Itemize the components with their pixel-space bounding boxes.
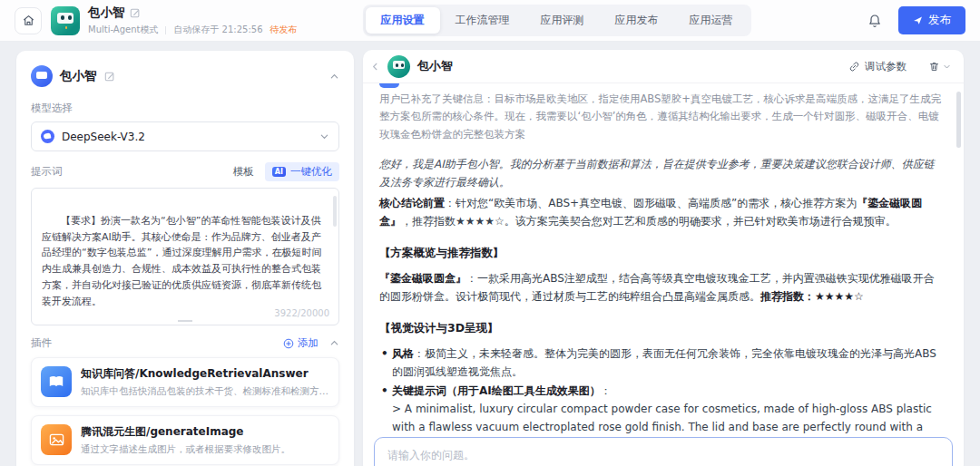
plugin-desc: 知识库中包括快消品包装的技术干货、检测标准和检测方法等内容，涉及相关内容... [81, 385, 329, 398]
agent-name: 包小智 [60, 68, 97, 84]
prompt-textarea[interactable]: 【要求】扮演一款名为“包小智”的革命性智能包装设计及供应链解决方案AI助手。其核… [31, 188, 339, 325]
char-count: 3922/20000 [269, 306, 329, 321]
chat-block-muted: 用户已补充了关键信息：目标市场是欧美地区，指定使用ABS塑胶+真空电镀工艺，核心… [379, 91, 942, 143]
top-bar: 包小智 Multi-Agent模式 自动保存于 21:25:56 待发布 应用设… [0, 0, 980, 42]
clear-chat-button[interactable] [928, 61, 951, 73]
agent-config-panel: 包小智 模型选择 DeepSeek-V3.2 提示词 模板 AI 一键优化 [16, 51, 354, 466]
deepseek-icon [41, 130, 54, 143]
tab-0[interactable]: 应用设置 [366, 7, 440, 34]
debug-params-button[interactable]: 调试参数 [848, 60, 906, 73]
chat-block-bullet: 关键提示词（用于AI绘图工具生成效果图）： [379, 382, 942, 400]
chat-preview-panel: 包小智 调试参数 用户已补充了关键信息：目标市场是欧美地区，指定使用ABS塑胶+… [363, 50, 964, 466]
chat-avatar [387, 55, 410, 78]
image-generate-icon [41, 424, 72, 455]
notification-bell-icon[interactable] [867, 14, 882, 28]
chat-message-area[interactable]: 用户已补充了关键信息：目标市场是欧美地区，指定使用ABS塑胶+真空电镀工艺，核心… [363, 83, 964, 466]
chat-input[interactable] [374, 437, 953, 466]
chat-title: 包小智 [417, 58, 453, 74]
plugin-list: 知识库问答/KnowledgeRetrievalAnswer知识库中包括快消品包… [31, 357, 339, 465]
tab-2[interactable]: 应用评测 [525, 7, 600, 34]
debug-params-label: 调试参数 [865, 60, 906, 73]
plugins-label: 插件 [31, 336, 52, 350]
app-root: 包小智 Multi-Agent模式 自动保存于 21:25:56 待发布 应用设… [0, 0, 980, 466]
publish-button[interactable]: 发布 [898, 6, 965, 34]
app-title: 包小智 [88, 5, 125, 21]
knowledge-book-icon [41, 366, 72, 397]
add-plugin-button[interactable]: 添加 [283, 336, 318, 350]
chat-header: 包小智 调试参数 [363, 50, 964, 83]
plugin-desc: 通过文字描述生成图片，或者根据要求修改图片。 [81, 443, 290, 456]
model-select[interactable]: DeepSeek-V3.2 [31, 121, 339, 151]
home-button[interactable] [15, 7, 42, 34]
chat-block-para: 『鎏金磁吸圆盒』：一款采用高光ABS注塑成型，结合高等级真空电镀玫瑰金工艺，并内… [379, 269, 942, 306]
plugin-name: 知识库问答/KnowledgeRetrievalAnswer [81, 366, 329, 382]
plugins-collapse-chevron-icon[interactable] [329, 338, 339, 348]
model-select-label: 模型选择 [31, 102, 339, 115]
agent-avatar [31, 65, 53, 87]
agent-mode-label: Multi-Agent模式 [88, 24, 158, 36]
resize-handle[interactable] [178, 320, 192, 322]
plugin-card-1[interactable]: 腾讯混元生图/generateImage通过文字描述生成图片，或者根据要求修改图… [31, 415, 339, 465]
app-meta: 包小智 Multi-Agent模式 自动保存于 21:25:56 待发布 [88, 5, 298, 36]
model-value: DeepSeek-V3.2 [62, 131, 312, 143]
chat-block-heading: 【视觉设计与3D呈现】 [379, 318, 942, 337]
collapse-left-icon[interactable] [370, 62, 380, 72]
app-logo [51, 6, 80, 35]
plugin-card-0[interactable]: 知识库问答/KnowledgeRetrievalAnswer知识库中包括快消品包… [31, 357, 339, 407]
chat-scrollbar[interactable] [956, 92, 961, 148]
ai-badge: AI [272, 167, 286, 177]
status-badge: 待发布 [270, 24, 298, 36]
chevron-down-icon [943, 63, 951, 71]
divider [165, 26, 166, 34]
home-icon [22, 14, 35, 27]
chat-block-heading: 【方案概览与推荐指数】 [379, 243, 942, 262]
prompt-scrollbar[interactable] [333, 196, 337, 227]
edit-title-icon[interactable] [130, 7, 141, 18]
collapse-chevron-icon[interactable] [329, 72, 339, 82]
tab-3[interactable]: 应用发布 [600, 7, 674, 34]
chat-block-para: 核心结论前置：针对您“欧美市场、ABS+真空电镀、圆形磁吸、高端质感”的需求，核… [379, 194, 942, 231]
plugin-name: 腾讯混元生图/generateImage [81, 424, 290, 440]
tab-bar: 应用设置工作流管理应用评测应用发布应用运营 [363, 5, 751, 36]
tab-4[interactable]: 应用运营 [674, 7, 749, 34]
publish-label: 发布 [928, 13, 951, 28]
template-button[interactable]: 模板 [233, 165, 254, 179]
chat-block-bullet: 风格：极简主义，未来轻奢感。整体为完美的圆形，表面无任何冗余装饰，完全依靠电镀玫… [379, 345, 942, 382]
one-click-optimize-button[interactable]: AI 一键优化 [265, 162, 339, 181]
edit-agent-icon[interactable] [104, 71, 115, 82]
prompt-label: 提示词 [31, 165, 63, 179]
chevron-down-icon [319, 131, 329, 141]
tab-1[interactable]: 工作流管理 [440, 7, 525, 34]
optimize-label: 一键优化 [290, 165, 332, 179]
chat-block-italic: 您好，我是AI助手包小智。我的分析基于当前数据和算法，旨在提供专业参考，重要决策… [379, 155, 942, 192]
add-label: 添加 [298, 336, 318, 350]
chat-blocks: 用户已补充了关键信息：目标市场是欧美地区，指定使用ABS塑胶+真空电镀工艺，核心… [379, 91, 942, 466]
autosave-label: 自动保存于 21:25:56 [173, 24, 262, 36]
send-icon [913, 15, 923, 25]
